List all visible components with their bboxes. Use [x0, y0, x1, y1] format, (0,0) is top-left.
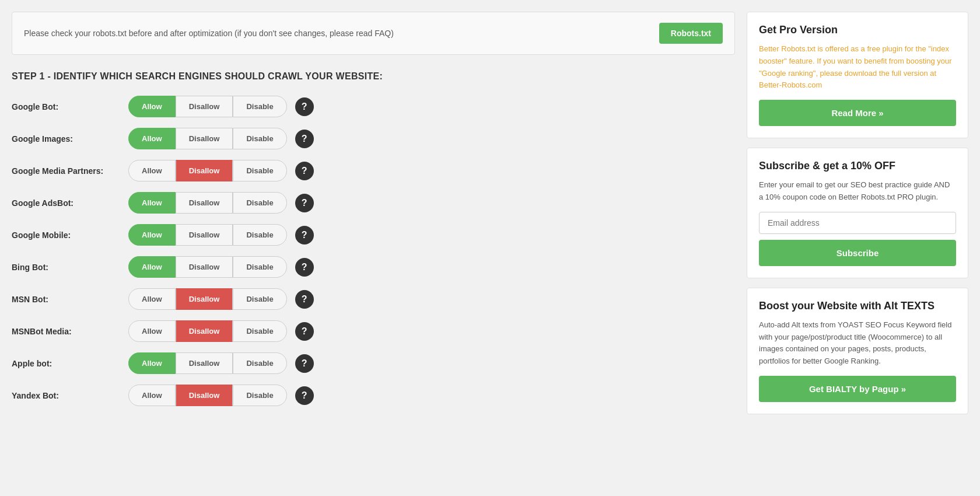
- robots-txt-button[interactable]: Robots.txt: [659, 23, 723, 44]
- btn-group-google-media-partners: AllowDisallowDisable: [128, 160, 287, 181]
- disable-btn-google-adsbot[interactable]: Disable: [233, 192, 286, 214]
- bot-row-bing-bot: Bing Bot:AllowDisallowDisable?: [12, 256, 735, 278]
- allow-btn-google-media-partners[interactable]: Allow: [128, 160, 176, 181]
- bot-label-bing-bot: Bing Bot:: [12, 263, 128, 272]
- btn-group-bing-bot: AllowDisallowDisable: [128, 256, 287, 278]
- disallow-btn-apple-bot[interactable]: Disallow: [176, 352, 233, 374]
- allow-btn-google-bot[interactable]: Allow: [128, 96, 176, 117]
- help-icon-bing-bot[interactable]: ?: [295, 258, 314, 277]
- disable-btn-msn-bot[interactable]: Disable: [233, 288, 286, 310]
- disable-btn-yandex-bot[interactable]: Disable: [233, 385, 286, 406]
- bot-label-msnbot-media: MSNBot Media:: [12, 327, 128, 336]
- disable-btn-google-bot[interactable]: Disable: [233, 96, 286, 117]
- disallow-btn-bing-bot[interactable]: Disallow: [176, 256, 233, 278]
- allow-btn-google-mobile[interactable]: Allow: [128, 224, 176, 246]
- bot-row-google-adsbot: Google AdsBot:AllowDisallowDisable?: [12, 192, 735, 214]
- disable-btn-google-images[interactable]: Disable: [233, 128, 286, 149]
- bot-row-google-images: Google Images:AllowDisallowDisable?: [12, 128, 735, 149]
- bot-row-msn-bot: MSN Bot:AllowDisallowDisable?: [12, 288, 735, 310]
- help-icon-apple-bot[interactable]: ?: [295, 354, 314, 373]
- bot-label-google-images: Google Images:: [12, 134, 128, 144]
- bot-label-google-media-partners: Google Media Partners:: [12, 166, 128, 176]
- step-heading: STEP 1 - IDENTIFY WHICH SEARCH ENGINES S…: [12, 71, 735, 82]
- help-icon-msn-bot[interactable]: ?: [295, 290, 314, 309]
- disallow-btn-google-bot[interactable]: Disallow: [176, 96, 233, 117]
- btn-group-google-mobile: AllowDisallowDisable: [128, 224, 287, 246]
- sidebar: Get Pro Version Better Robots.txt is off…: [747, 12, 968, 417]
- bot-row-google-bot: Google Bot:AllowDisallowDisable?: [12, 96, 735, 117]
- disallow-btn-msn-bot[interactable]: Disallow: [176, 288, 233, 310]
- disallow-btn-msnbot-media[interactable]: Disallow: [176, 320, 233, 342]
- pro-version-card: Get Pro Version Better Robots.txt is off…: [747, 12, 968, 138]
- btn-group-apple-bot: AllowDisallowDisable: [128, 352, 287, 374]
- pro-read-more-button[interactable]: Read More »: [759, 100, 956, 126]
- bot-label-yandex-bot: Yandex Bot:: [12, 391, 128, 400]
- subscribe-desc: Enter your email to get our SEO best pra…: [759, 179, 956, 204]
- notice-bar-text: Please check your robots.txt before and …: [24, 29, 394, 38]
- help-icon-google-bot[interactable]: ?: [295, 97, 314, 116]
- pro-version-title: Get Pro Version: [759, 24, 956, 36]
- btn-group-google-bot: AllowDisallowDisable: [128, 96, 287, 117]
- help-icon-google-adsbot[interactable]: ?: [295, 194, 314, 212]
- subscribe-button[interactable]: Subscribe: [759, 240, 956, 266]
- disallow-btn-google-media-partners[interactable]: Disallow: [176, 160, 233, 181]
- allow-btn-bing-bot[interactable]: Allow: [128, 256, 176, 278]
- help-icon-msnbot-media[interactable]: ?: [295, 322, 314, 341]
- help-icon-yandex-bot[interactable]: ?: [295, 386, 314, 405]
- page-wrapper: Please check your robots.txt before and …: [0, 0, 980, 428]
- disable-btn-msnbot-media[interactable]: Disable: [233, 320, 286, 342]
- bot-label-msn-bot: MSN Bot:: [12, 295, 128, 304]
- allow-btn-msn-bot[interactable]: Allow: [128, 288, 176, 310]
- subscribe-title: Subscribe & get a 10% OFF: [759, 160, 956, 172]
- disallow-btn-yandex-bot[interactable]: Disallow: [176, 385, 233, 406]
- disallow-btn-google-adsbot[interactable]: Disallow: [176, 192, 233, 214]
- bot-label-google-adsbot: Google AdsBot:: [12, 198, 128, 208]
- boost-desc: Auto-add Alt texts from YOAST SEO Focus …: [759, 319, 956, 368]
- help-icon-google-media-partners[interactable]: ?: [295, 162, 314, 180]
- disallow-btn-google-mobile[interactable]: Disallow: [176, 224, 233, 246]
- bot-label-apple-bot: Apple bot:: [12, 359, 128, 368]
- btn-group-msnbot-media: AllowDisallowDisable: [128, 320, 287, 342]
- notice-bar: Please check your robots.txt before and …: [12, 12, 735, 55]
- bot-row-msnbot-media: MSNBot Media:AllowDisallowDisable?: [12, 320, 735, 342]
- allow-btn-google-images[interactable]: Allow: [128, 128, 176, 149]
- btn-group-yandex-bot: AllowDisallowDisable: [128, 385, 287, 406]
- main-content: Please check your robots.txt before and …: [12, 12, 735, 417]
- bot-row-google-mobile: Google Mobile:AllowDisallowDisable?: [12, 224, 735, 246]
- btn-group-google-adsbot: AllowDisallowDisable: [128, 192, 287, 214]
- allow-btn-msnbot-media[interactable]: Allow: [128, 320, 176, 342]
- disallow-btn-google-images[interactable]: Disallow: [176, 128, 233, 149]
- help-icon-google-mobile[interactable]: ?: [295, 226, 314, 244]
- bot-row-google-media-partners: Google Media Partners:AllowDisallowDisab…: [12, 160, 735, 181]
- subscribe-card: Subscribe & get a 10% OFF Enter your ema…: [747, 148, 968, 278]
- allow-btn-apple-bot[interactable]: Allow: [128, 352, 176, 374]
- bot-label-google-mobile: Google Mobile:: [12, 230, 128, 240]
- allow-btn-google-adsbot[interactable]: Allow: [128, 192, 176, 214]
- boost-button[interactable]: Get BIALTY by Pagup »: [759, 376, 956, 402]
- email-input[interactable]: [759, 212, 956, 234]
- btn-group-google-images: AllowDisallowDisable: [128, 128, 287, 149]
- disable-btn-google-media-partners[interactable]: Disable: [233, 160, 286, 181]
- disable-btn-google-mobile[interactable]: Disable: [233, 224, 286, 246]
- allow-btn-yandex-bot[interactable]: Allow: [128, 385, 176, 406]
- pro-version-desc: Better Robots.txt is offered as a free p…: [759, 43, 956, 92]
- disable-btn-bing-bot[interactable]: Disable: [233, 256, 286, 278]
- btn-group-msn-bot: AllowDisallowDisable: [128, 288, 287, 310]
- boost-card: Boost your Website with Alt TEXTS Auto-a…: [747, 288, 968, 414]
- help-icon-google-images[interactable]: ?: [295, 130, 314, 148]
- bot-label-google-bot: Google Bot:: [12, 102, 128, 111]
- disable-btn-apple-bot[interactable]: Disable: [233, 352, 286, 374]
- boost-title: Boost your Website with Alt TEXTS: [759, 300, 956, 312]
- bot-row-yandex-bot: Yandex Bot:AllowDisallowDisable?: [12, 385, 735, 406]
- bot-row-apple-bot: Apple bot:AllowDisallowDisable?: [12, 352, 735, 374]
- bot-rows-container: Google Bot:AllowDisallowDisable?Google I…: [12, 96, 735, 406]
